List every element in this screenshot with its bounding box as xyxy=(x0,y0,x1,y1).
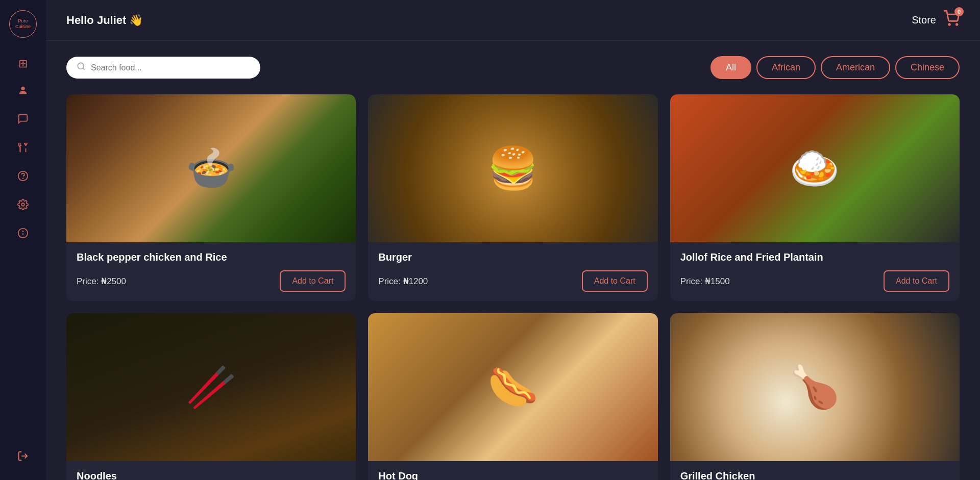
food-image-6: 🍗 xyxy=(670,313,960,461)
help-icon[interactable] xyxy=(17,170,29,185)
filter-african-button[interactable]: African xyxy=(756,56,816,79)
food-image-5: 🌭 xyxy=(368,313,657,461)
food-card-4: 🥢 Noodles Price: ₦1800 Add to Cart xyxy=(66,313,356,480)
food-card-body-3: Jollof Rice and Fried Plantain Price: ₦1… xyxy=(670,242,960,301)
svg-point-7 xyxy=(21,203,24,206)
food-image-4: 🥢 xyxy=(66,313,356,461)
add-to-cart-2[interactable]: Add to Cart xyxy=(582,270,648,292)
svg-point-6 xyxy=(23,178,23,179)
add-to-cart-1[interactable]: Add to Cart xyxy=(280,270,346,292)
filter-chinese-button[interactable]: Chinese xyxy=(895,56,960,79)
food-card-body-2: Burger Price: ₦1200 Add to Cart xyxy=(368,242,657,301)
food-title-6: Grilled Chicken xyxy=(680,470,949,480)
food-price-3: Price: ₦1500 xyxy=(680,276,730,287)
search-icon xyxy=(77,62,86,73)
filter-buttons: All African American Chinese xyxy=(710,56,960,79)
food-card-body-5: Hot Dog Price: ₦900 Add to Cart xyxy=(368,461,657,480)
filter-all-button[interactable]: All xyxy=(710,56,751,79)
header-right: Store 0 xyxy=(912,10,960,30)
food-card-body-6: Grilled Chicken Price: ₦2200 Add to Cart xyxy=(670,461,960,480)
settings-icon[interactable] xyxy=(17,199,29,213)
food-image-2: 🍔 xyxy=(368,94,657,242)
svg-line-15 xyxy=(83,68,84,69)
svg-point-0 xyxy=(21,87,24,90)
food-title-3: Jollof Rice and Fried Plantain xyxy=(680,251,949,263)
greeting-text: Hello Juliet 👋 xyxy=(66,14,143,27)
main-content: Hello Juliet 👋 Store 0 All African xyxy=(46,0,980,480)
food-image-3: 🍛 xyxy=(670,94,960,242)
food-image-1: 🍲 xyxy=(66,94,356,242)
store-label: Store xyxy=(912,14,936,26)
sidebar: Pure Cuisine ⊞ xyxy=(0,0,46,480)
food-card-5: 🌭 Hot Dog Price: ₦900 Add to Cart xyxy=(368,313,657,480)
food-card-body-1: Black pepper chicken and Rice Price: ₦25… xyxy=(66,242,356,301)
food-title-5: Hot Dog xyxy=(378,470,647,480)
food-title-4: Noodles xyxy=(77,470,346,480)
page-body: All African American Chinese 🍲 Black pep… xyxy=(46,41,980,480)
info-icon[interactable] xyxy=(17,228,29,242)
search-filter-row: All African American Chinese xyxy=(66,56,960,79)
app-logo: Pure Cuisine xyxy=(9,10,37,38)
messages-icon[interactable] xyxy=(17,113,29,128)
cart-icon xyxy=(943,14,960,30)
svg-point-12 xyxy=(949,24,950,26)
food-grid: 🍲 Black pepper chicken and Rice Price: ₦… xyxy=(66,94,960,480)
cart-count: 0 xyxy=(954,7,964,16)
food-card-2: 🍔 Burger Price: ₦1200 Add to Cart xyxy=(368,94,657,301)
svg-point-13 xyxy=(956,24,958,26)
filter-american-button[interactable]: American xyxy=(821,56,890,79)
food-card-6: 🍗 Grilled Chicken Price: ₦2200 Add to Ca… xyxy=(670,313,960,480)
svg-point-14 xyxy=(78,63,84,69)
food-card-1: 🍲 Black pepper chicken and Rice Price: ₦… xyxy=(66,94,356,301)
food-card-body-4: Noodles Price: ₦1800 Add to Cart xyxy=(66,461,356,480)
food-price-1: Price: ₦2500 xyxy=(77,276,126,287)
food-card-3: 🍛 Jollof Rice and Fried Plantain Price: … xyxy=(670,94,960,301)
search-box xyxy=(66,57,260,79)
add-to-cart-3[interactable]: Add to Cart xyxy=(884,270,949,292)
dashboard-icon[interactable]: ⊞ xyxy=(18,57,28,70)
food-card-footer-3: Price: ₦1500 Add to Cart xyxy=(680,270,949,292)
cutlery-icon[interactable] xyxy=(17,142,29,156)
header: Hello Juliet 👋 Store 0 xyxy=(46,0,980,41)
food-card-footer-2: Price: ₦1200 Add to Cart xyxy=(378,270,647,292)
profile-icon[interactable] xyxy=(17,85,29,99)
food-title-2: Burger xyxy=(378,251,647,263)
logout-icon[interactable] xyxy=(17,450,29,465)
food-price-2: Price: ₦1200 xyxy=(378,276,428,287)
cart-button[interactable]: 0 xyxy=(943,10,960,30)
food-title-1: Black pepper chicken and Rice xyxy=(77,251,346,263)
food-card-footer-1: Price: ₦2500 Add to Cart xyxy=(77,270,346,292)
search-input[interactable] xyxy=(91,63,250,72)
